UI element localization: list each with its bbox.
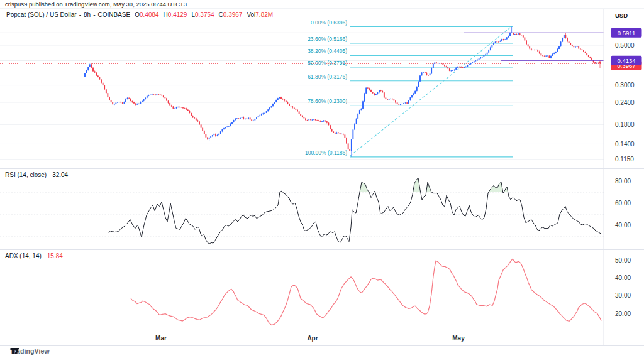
svg-text:50.00: 50.00 — [615, 257, 631, 264]
legend-separator-2: - — [93, 11, 95, 18]
tradingview-published-chart: { "header": { "published": "crispus9 pub… — [0, 0, 644, 358]
fib-label: 78.60% (0.2300) — [308, 98, 347, 104]
interval-label[interactable]: 8h — [84, 11, 91, 18]
svg-text:40.00: 40.00 — [615, 274, 631, 281]
month-label: May — [452, 335, 465, 342]
ohlc-close: C0.3967 — [219, 11, 243, 18]
adx-pane-title[interactable]: ADX (14, 14)15.84 — [5, 252, 63, 259]
svg-text:0.2400: 0.2400 — [615, 99, 635, 106]
symbol-title[interactable]: Popcat (SOL) / US Dollar — [6, 11, 77, 18]
fib-label: 61.80% (0.3176) — [308, 73, 347, 80]
rsi-line — [109, 178, 601, 244]
svg-text:0.3000: 0.3000 — [615, 82, 635, 89]
svg-text:80.00: 80.00 — [615, 178, 631, 185]
adx-value: 15.84 — [47, 252, 63, 259]
publish-text: crispus9 published on TradingView.com, M… — [5, 1, 187, 8]
rsi-value: 32.04 — [52, 171, 68, 178]
tradingview-logo-icon — [10, 347, 19, 355]
legend-separator: - — [79, 11, 81, 18]
rsi-pane-title[interactable]: RSI (14, close)32.04 — [5, 171, 68, 178]
svg-text:0.5911: 0.5911 — [618, 30, 635, 36]
footer-brand[interactable]: TradingView — [10, 347, 50, 355]
fib-label: 50.00% (0.3791) — [308, 60, 347, 66]
fib-retracement[interactable]: 0.00% (0.6396)23.60% (0.5166)38.20% (0.4… — [305, 19, 513, 157]
candles[interactable] — [84, 27, 601, 157]
rsi-pane[interactable]: 80.0060.0040.00 — [0, 178, 631, 244]
svg-text:0.1150: 0.1150 — [615, 156, 634, 163]
adx-line — [131, 259, 601, 325]
fib-label: 23.60% (0.5166) — [308, 36, 347, 42]
symbol-legend: Popcat (SOL) / US Dollar-8h-COINBASEO0.4… — [6, 11, 273, 18]
svg-text:0.1800: 0.1800 — [615, 121, 635, 128]
ohlc-high: H0.4129 — [164, 11, 187, 18]
ohlc-open: O0.4084 — [135, 11, 158, 18]
svg-text:0.4134: 0.4134 — [617, 57, 635, 64]
trendline[interactable] — [350, 27, 511, 156]
chart-canvas[interactable]: 0.00% (0.6396)23.60% (0.5166)38.20% (0.4… — [0, 0, 644, 358]
svg-text:0.1400: 0.1400 — [615, 141, 635, 148]
month-label: Apr — [307, 335, 318, 342]
month-label: Mar — [155, 335, 167, 342]
publish-info: crispus9 published on TradingView.com, M… — [0, 0, 644, 9]
svg-text:30.00: 30.00 — [615, 292, 631, 299]
svg-text:40.00: 40.00 — [615, 222, 631, 229]
rsi-title-text[interactable]: RSI (14, close) — [5, 171, 47, 178]
fib-label: 100.00% (0.1186) — [305, 149, 347, 156]
ohlc-low: L0.3754 — [191, 11, 214, 18]
horizontal-rays[interactable] — [464, 33, 604, 60]
fib-label: 0.00% (0.6396) — [311, 19, 347, 26]
svg-text:20.00: 20.00 — [615, 310, 631, 317]
adx-pane[interactable]: 50.0040.0030.0020.00 — [131, 257, 631, 325]
fib-label: 38.20% (0.4405) — [308, 48, 347, 54]
svg-text:60.00: 60.00 — [615, 200, 631, 207]
time-axis[interactable]: MarAprMay — [155, 335, 465, 342]
adx-title-text[interactable]: ADX (14, 14) — [5, 252, 42, 259]
volume-field: Vol7.82M — [247, 11, 273, 18]
exchange-label: COINBASE — [98, 11, 131, 18]
main-grid — [0, 33, 604, 159]
currency-label[interactable]: USD — [615, 12, 628, 19]
svg-text:0.5000: 0.5000 — [615, 42, 635, 49]
